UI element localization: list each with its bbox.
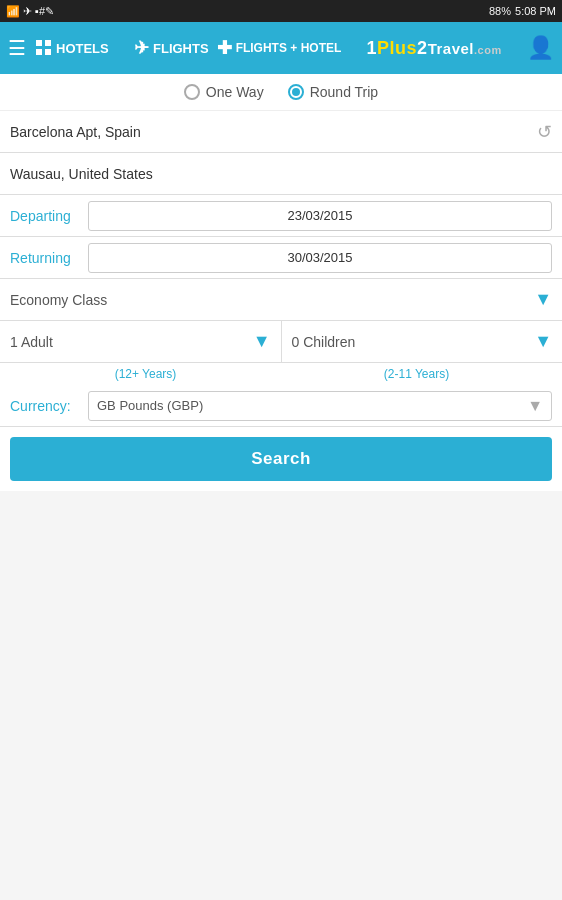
cabin-class-row[interactable]: Economy Class ▼ <box>0 279 562 321</box>
signal-icon: 📶 <box>6 5 20 18</box>
status-bar: 📶 ✈ ▪#✎ 88% 5:08 PM <box>0 0 562 22</box>
returning-input-wrapper[interactable]: 30/03/2015 <box>88 243 552 273</box>
currency-dropdown[interactable]: GB Pounds (GBP) ▼ <box>88 391 552 421</box>
brand-travel: Travel <box>428 40 474 57</box>
wifi-icon: ✈ <box>23 5 32 18</box>
trip-type-row: One Way Round Trip <box>0 74 562 111</box>
one-way-label: One Way <box>206 84 264 100</box>
one-way-radio[interactable] <box>184 84 200 100</box>
person-icon: 👤 <box>527 35 554 60</box>
round-trip-radio[interactable] <box>288 84 304 100</box>
menu-button[interactable]: ☰ <box>8 36 26 60</box>
from-input[interactable] <box>10 124 537 140</box>
battery-text: 88% <box>489 5 511 17</box>
departing-row: Departing 23/03/2015 <box>0 195 562 237</box>
round-trip-option[interactable]: Round Trip <box>288 84 378 100</box>
loading-indicator: ↺ <box>537 121 552 143</box>
navbar-center: ✈ FLIGHTS ✚ FLIGHTS + HOTEL <box>134 37 341 59</box>
plane-icon: ✈ <box>134 37 149 59</box>
adults-hint: (12+ Years) <box>10 367 281 381</box>
misc-icons: ▪#✎ <box>35 5 54 18</box>
children-col[interactable]: 0 Children ▼ <box>282 321 563 362</box>
navbar-left: ☰ HOTELS <box>8 36 109 60</box>
currency-label: Currency: <box>10 398 80 414</box>
returning-label: Returning <box>10 250 80 266</box>
nav-flights-plus-tab[interactable]: ✚ FLIGHTS + HOTEL <box>217 37 342 59</box>
brand-1: 1 <box>367 38 378 58</box>
returning-value: 30/03/2015 <box>97 250 543 265</box>
one-way-option[interactable]: One Way <box>184 84 264 100</box>
hotels-label: HOTELS <box>56 41 109 56</box>
search-button[interactable]: Search <box>10 437 552 481</box>
brand-com: .com <box>474 44 502 56</box>
currency-row[interactable]: Currency: GB Pounds (GBP) ▼ <box>0 385 562 427</box>
cabin-class-arrow: ▼ <box>534 289 552 310</box>
nav-flights-tab[interactable]: ✈ FLIGHTS <box>134 37 209 59</box>
brand: 1Plus2Travel.com <box>367 38 502 59</box>
to-field-row <box>0 153 562 195</box>
flights-label: FLIGHTS <box>153 41 209 56</box>
currency-value: GB Pounds (GBP) <box>97 398 527 413</box>
time-text: 5:08 PM <box>515 5 556 17</box>
departing-value: 23/03/2015 <box>97 208 543 223</box>
flights-plus-label: FLIGHTS + HOTEL <box>236 41 342 55</box>
brand-2: 2 <box>417 38 428 58</box>
radio-dot <box>292 88 300 96</box>
grid-icon <box>36 40 52 56</box>
navbar: ☰ HOTELS ✈ FLIGHTS ✚ FLIGHTS + HOTEL 1Pl… <box>0 22 562 74</box>
cabin-class-value: Economy Class <box>10 292 534 308</box>
round-trip-label: Round Trip <box>310 84 378 100</box>
adults-value: 1 Adult <box>10 334 253 350</box>
status-left-icons: 📶 ✈ ▪#✎ <box>6 5 54 18</box>
children-hint: (2-11 Years) <box>281 367 552 381</box>
children-value: 0 Children <box>292 334 535 350</box>
adults-arrow: ▼ <box>253 331 271 352</box>
status-right-icons: 88% 5:08 PM <box>489 5 556 17</box>
brand-plus: Plus <box>377 38 417 58</box>
to-input[interactable] <box>10 166 552 182</box>
adults-col[interactable]: 1 Adult ▼ <box>0 321 282 362</box>
user-icon[interactable]: 👤 <box>527 35 554 61</box>
main-content: One Way Round Trip ↺ Departing 23/03/201… <box>0 74 562 491</box>
departing-label: Departing <box>10 208 80 224</box>
returning-row: Returning 30/03/2015 <box>0 237 562 279</box>
children-arrow: ▼ <box>534 331 552 352</box>
currency-arrow: ▼ <box>527 397 543 415</box>
nav-hotels-tab[interactable]: HOTELS <box>36 40 109 56</box>
plus-icon: ✚ <box>217 37 232 59</box>
departing-input-wrapper[interactable]: 23/03/2015 <box>88 201 552 231</box>
from-field-row: ↺ <box>0 111 562 153</box>
hints-row: (12+ Years) (2-11 Years) <box>0 363 562 385</box>
passengers-row: 1 Adult ▼ 0 Children ▼ <box>0 321 562 363</box>
